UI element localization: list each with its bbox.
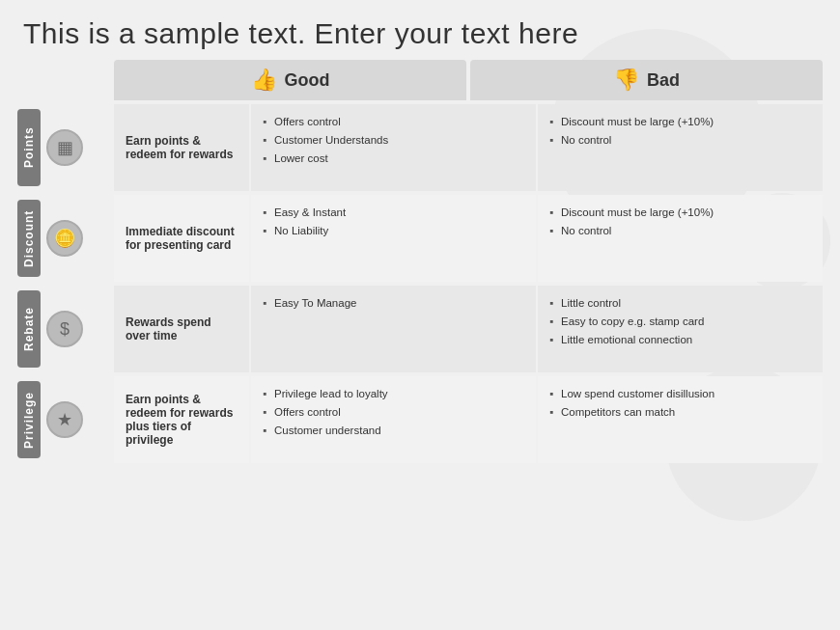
row-label-area: Discount 🪙 <box>17 195 114 282</box>
row-description: Earn points & redeem for rewards <box>114 104 249 191</box>
good-list: Easy & InstantNo Liability <box>263 205 524 238</box>
table-header: 👍 Good 👎 Bad <box>114 60 823 100</box>
row-label-pill: Privilege <box>17 381 41 458</box>
table-row: Points ▦ Earn points & redeem for reward… <box>17 104 823 191</box>
good-item: Offers control <box>263 114 524 129</box>
row-description: Immediate discount for presenting card <box>114 195 249 282</box>
row-label-pill: Points <box>17 109 41 186</box>
bad-item: Discount must be large (+10%) <box>549 114 811 129</box>
row-bad-content: Low spend customer disillusionCompetitor… <box>538 376 823 463</box>
row-bad-content: Little controlEasy to copy e.g. stamp ca… <box>538 286 823 372</box>
good-list: Privilege lead to loyaltyOffers controlC… <box>263 386 524 438</box>
good-list: Offers controlCustomer UnderstandsLower … <box>263 114 524 166</box>
bad-item: Little emotional connection <box>549 332 811 347</box>
good-item: Easy To Manage <box>263 295 524 311</box>
bad-list: Little controlEasy to copy e.g. stamp ca… <box>549 295 811 347</box>
row-label-pill: Discount <box>17 200 41 277</box>
row-good-content: Offers controlCustomer UnderstandsLower … <box>251 104 536 191</box>
bad-item: No control <box>549 223 811 238</box>
bad-list: Discount must be large (+10%)No control <box>549 114 811 148</box>
main-table: 👍 Good 👎 Bad Points ▦ Earn points & rede… <box>0 60 840 473</box>
table-row: Privilege ★ Earn points & redeem for rew… <box>17 376 823 463</box>
good-list: Easy To Manage <box>263 295 524 311</box>
row-icon: 🪙 <box>46 220 83 257</box>
table-row: Rebate $ Rewards spend over time Easy To… <box>17 286 823 372</box>
table-row: Discount 🪙 Immediate discount for presen… <box>17 195 823 282</box>
row-icon: ▦ <box>46 129 83 166</box>
good-item: Easy & Instant <box>263 205 524 220</box>
bad-item: Easy to copy e.g. stamp card <box>549 314 811 329</box>
row-label-area: Privilege ★ <box>17 376 114 463</box>
row-label-area: Rebate $ <box>17 286 114 372</box>
bad-list: Low spend customer disillusionCompetitor… <box>549 386 811 420</box>
good-item: Lower cost <box>263 151 524 166</box>
row-icon: $ <box>46 311 83 347</box>
good-item: Customer understand <box>263 423 524 438</box>
row-good-content: Easy To Manage <box>251 286 536 372</box>
row-description: Earn points & redeem for rewards plus ti… <box>114 376 249 463</box>
row-description: Rewards spend over time <box>114 286 249 372</box>
good-label: Good <box>285 70 330 91</box>
row-good-content: Privilege lead to loyaltyOffers controlC… <box>251 376 536 463</box>
bad-item: No control <box>549 132 811 148</box>
row-bad-content: Discount must be large (+10%)No control <box>538 195 823 282</box>
header-bad: 👎 Bad <box>470 60 823 100</box>
row-label-pill: Rebate <box>17 290 41 368</box>
bad-label: Bad <box>647 70 680 91</box>
bad-item: Competitors can match <box>549 404 811 420</box>
bad-item: Little control <box>549 295 811 311</box>
good-item: Customer Understands <box>263 132 524 148</box>
table-body: Points ▦ Earn points & redeem for reward… <box>17 104 823 463</box>
good-item: Offers control <box>263 404 524 420</box>
good-item: No Liability <box>263 223 524 238</box>
header-good: 👍 Good <box>114 60 466 100</box>
thumbs-down-icon: 👎 <box>613 68 639 93</box>
row-label-area: Points ▦ <box>17 104 114 191</box>
thumbs-up-icon: 👍 <box>251 68 277 93</box>
good-item: Privilege lead to loyalty <box>263 386 524 401</box>
bad-item: Low spend customer disillusion <box>549 386 811 401</box>
page-title: This is a sample text. Enter your text h… <box>23 17 817 50</box>
bad-item: Discount must be large (+10%) <box>549 205 811 220</box>
row-bad-content: Discount must be large (+10%)No control <box>538 104 823 191</box>
bad-list: Discount must be large (+10%)No control <box>549 205 811 238</box>
row-good-content: Easy & InstantNo Liability <box>251 195 536 282</box>
row-icon: ★ <box>46 401 83 438</box>
